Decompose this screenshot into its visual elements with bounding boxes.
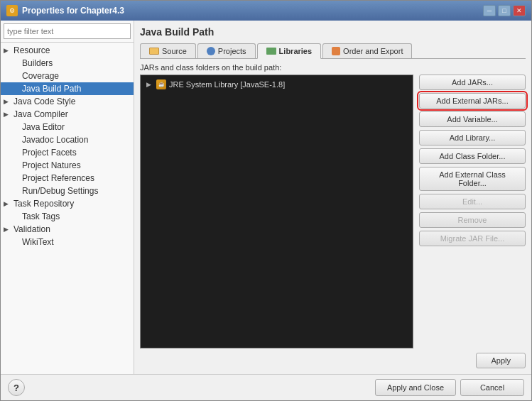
sidebar-item-project-references[interactable]: Project References [1,172,134,185]
edit-button[interactable]: Edit... [419,194,526,209]
apply-button[interactable]: Apply [476,353,526,368]
tab-projects[interactable]: Projects [197,43,256,58]
filter-input[interactable] [4,23,131,39]
apply-close-button[interactable]: Apply and Close [375,379,456,396]
window-title: Properties for Chapter4.3 [22,6,124,16]
migrate-jar-button[interactable]: Migrate JAR File... [419,231,526,246]
sidebar-item-label: Project Facets [22,148,77,158]
tab-libraries[interactable]: Libraries [257,43,321,59]
tab-libraries-label: Libraries [279,47,312,55]
jars-label: JARs and class folders on the build path… [140,63,526,72]
main-window: ⚙ Properties for Chapter4.3 ─ □ ✕ ▶ Reso… [0,0,532,401]
expand-arrow: ▶ [146,81,153,88]
title-buttons: ─ □ ✕ [483,5,526,16]
tab-bar: Source Projects Libraries Order and Expo… [140,43,526,59]
window-icon: ⚙ [6,5,18,16]
footer: ? Apply and Close Cancel [1,374,531,400]
footer-buttons: Apply and Close Cancel [375,379,524,396]
filter-box [1,21,134,43]
sidebar-item-label: Project Natures [22,160,81,170]
close-button[interactable]: ✕ [513,5,526,16]
libraries-tab-icon [266,48,276,55]
sidebar-item-label: Validation [13,224,50,234]
tree-arrow: ▶ [4,47,11,54]
sidebar-tree: ▶ Resource Builders Coverage Java Build … [1,43,134,374]
add-external-class-folder-button[interactable]: Add External Class Folder... [419,167,526,191]
sidebar-item-label: Resource [13,45,50,55]
sidebar-item-label: Run/Debug Settings [22,186,98,196]
tree-arrow: ▶ [4,111,11,118]
tab-order-export-label: Order and Export [343,47,403,55]
build-path-tree[interactable]: ▶ ☕ JRE System Library [JavaSE-1.8] [140,75,413,348]
sidebar-item-wikitext[interactable]: WikiText [1,236,134,248]
sidebar-item-task-tags[interactable]: Task Tags [1,210,134,223]
sidebar-item-java-compiler[interactable]: ▶ Java Compiler [1,108,134,121]
sidebar-item-label: Javadoc Location [22,135,88,145]
tab-order-export[interactable]: Order and Export [322,43,412,58]
sidebar-item-builders[interactable]: Builders [1,57,134,70]
sidebar-item-label: Task Tags [22,212,60,221]
sidebar-item-javadoc-location[interactable]: Javadoc Location [1,133,134,146]
sidebar-item-label: Java Compiler [13,109,68,119]
sidebar-item-label: WikiText [22,237,54,247]
buttons-panel: Add JARs... Add External JARs... Add Var… [419,75,526,348]
source-tab-icon [149,48,159,55]
tree-arrow: ▶ [4,200,11,207]
title-bar: ⚙ Properties for Chapter4.3 ─ □ ✕ [1,1,531,21]
sidebar-item-task-repository[interactable]: ▶ Task Repository [1,197,134,210]
sidebar-item-resource[interactable]: ▶ Resource [1,44,134,57]
tab-projects-label: Projects [218,47,246,55]
build-path-area: ▶ ☕ JRE System Library [JavaSE-1.8] Add … [140,75,526,348]
bottom-right: Apply [140,348,526,368]
sidebar-item-java-code-style[interactable]: ▶ Java Code Style [1,95,134,108]
sidebar-item-label: Coverage [22,71,59,81]
sidebar-item-validation[interactable]: ▶ Validation [1,223,134,236]
sidebar: ▶ Resource Builders Coverage Java Build … [1,21,134,374]
maximize-button[interactable]: □ [498,5,511,16]
sidebar-item-label: Java Code Style [13,97,75,106]
sidebar-item-label: Java Editor [22,122,65,132]
order-tab-icon [332,47,340,55]
add-jars-button[interactable]: Add JARs... [419,75,526,90]
right-panel: Java Build Path Source Projects Librarie… [134,21,531,374]
tab-source-label: Source [162,47,187,55]
sidebar-item-project-facets[interactable]: Project Facets [1,146,134,159]
main-content: ▶ Resource Builders Coverage Java Build … [1,21,531,374]
add-class-folder-button[interactable]: Add Class Folder... [419,148,526,164]
projects-tab-icon [207,47,215,55]
sidebar-item-run-debug-settings[interactable]: Run/Debug Settings [1,185,134,197]
help-button[interactable]: ? [8,379,25,396]
tree-arrow: ▶ [4,226,11,233]
jre-library-item[interactable]: ▶ ☕ JRE System Library [JavaSE-1.8] [143,78,410,91]
cancel-button[interactable]: Cancel [460,379,524,396]
jre-icon: ☕ [156,79,166,89]
sidebar-item-label: Builders [22,58,53,68]
tree-arrow: ▶ [4,98,11,105]
jre-library-label: JRE System Library [JavaSE-1.8] [169,80,285,89]
sidebar-item-label: Task Repository [13,199,74,209]
sidebar-item-label: Project References [22,173,94,183]
sidebar-item-java-build-path[interactable]: Java Build Path [1,82,134,95]
add-variable-button[interactable]: Add Variable... [419,111,526,127]
add-external-jars-button[interactable]: Add External JARs... [419,93,526,109]
sidebar-item-label: Java Build Path [22,84,81,94]
panel-title: Java Build Path [140,26,526,38]
sidebar-item-coverage[interactable]: Coverage [1,70,134,82]
tab-source[interactable]: Source [140,43,196,58]
sidebar-item-project-natures[interactable]: Project Natures [1,159,134,172]
minimize-button[interactable]: ─ [483,5,496,16]
sidebar-item-java-editor[interactable]: Java Editor [1,121,134,133]
add-library-button[interactable]: Add Library... [419,130,526,145]
remove-button[interactable]: Remove [419,212,526,228]
title-bar-left: ⚙ Properties for Chapter4.3 [6,5,124,16]
